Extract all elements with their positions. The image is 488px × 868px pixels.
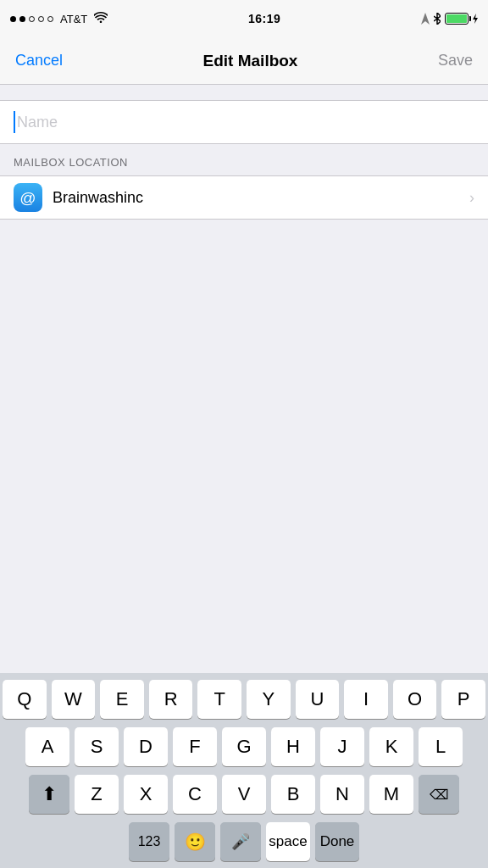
key-u[interactable]: U bbox=[296, 680, 340, 719]
wifi-icon bbox=[94, 12, 108, 25]
key-e[interactable]: E bbox=[100, 680, 144, 719]
key-f[interactable]: F bbox=[173, 727, 217, 766]
mailbox-location-row[interactable]: @ Brainwashinc › bbox=[0, 175, 488, 220]
key-w[interactable]: W bbox=[52, 680, 96, 719]
name-input-row[interactable] bbox=[0, 100, 488, 144]
key-i[interactable]: I bbox=[344, 680, 388, 719]
bluetooth-icon bbox=[434, 13, 441, 25]
key-b[interactable]: B bbox=[271, 775, 315, 814]
signal-dot-2 bbox=[19, 16, 25, 22]
shift-key[interactable]: ⬆ bbox=[29, 775, 69, 814]
emoji-icon: 🙂 bbox=[185, 832, 206, 852]
signal-dot-4 bbox=[38, 16, 44, 22]
shift-icon: ⬆ bbox=[42, 783, 57, 805]
keyboard-row-2: A S D F G H J K L bbox=[3, 727, 485, 766]
text-cursor bbox=[14, 111, 15, 133]
key-g[interactable]: G bbox=[222, 727, 266, 766]
status-right bbox=[421, 13, 478, 25]
key-q[interactable]: Q bbox=[3, 680, 47, 719]
page-title: Edit Mailbox bbox=[203, 52, 298, 70]
mic-key[interactable]: 🎤 bbox=[220, 822, 261, 861]
key-m[interactable]: M bbox=[369, 775, 413, 814]
key-r[interactable]: R bbox=[149, 680, 193, 719]
space-key[interactable]: space bbox=[266, 822, 310, 861]
mic-icon: 🎤 bbox=[231, 832, 250, 851]
delete-icon: ⌫ bbox=[430, 787, 449, 803]
keyboard-row-bottom: 123 🙂 🎤 space Done bbox=[3, 822, 485, 865]
at-symbol: @ bbox=[19, 190, 36, 206]
key-a[interactable]: A bbox=[25, 727, 69, 766]
numbers-key[interactable]: 123 bbox=[129, 822, 169, 861]
key-x[interactable]: X bbox=[124, 775, 168, 814]
chevron-right-icon: › bbox=[469, 189, 474, 207]
key-p[interactable]: P bbox=[441, 680, 485, 719]
keyboard-row-1: Q W E R T Y U I O P bbox=[3, 680, 485, 719]
mailbox-location-header: MAILBOX LOCATION bbox=[0, 144, 488, 175]
key-n[interactable]: N bbox=[320, 775, 364, 814]
delete-key[interactable]: ⌫ bbox=[419, 775, 459, 814]
done-key[interactable]: Done bbox=[315, 822, 359, 861]
at-icon: @ bbox=[14, 183, 42, 212]
carrier-label: AT&T bbox=[60, 13, 87, 25]
key-o[interactable]: O bbox=[393, 680, 437, 719]
form-area: MAILBOX LOCATION @ Brainwashinc › bbox=[0, 85, 488, 673]
status-time: 16:19 bbox=[248, 12, 280, 25]
key-l[interactable]: L bbox=[419, 727, 463, 766]
signal-dot-3 bbox=[29, 16, 35, 22]
key-y[interactable]: Y bbox=[247, 680, 291, 719]
key-d[interactable]: D bbox=[124, 727, 168, 766]
name-input[interactable] bbox=[17, 114, 474, 131]
signal-dot-5 bbox=[47, 16, 53, 22]
charging-icon bbox=[473, 14, 478, 24]
location-icon bbox=[421, 13, 430, 25]
status-bar: AT&T 16:19 bbox=[0, 0, 488, 37]
cancel-button[interactable]: Cancel bbox=[8, 47, 69, 75]
key-h[interactable]: H bbox=[271, 727, 315, 766]
battery-indicator bbox=[445, 13, 469, 25]
keyboard: Q W E R T Y U I O P A S D F G H J K L ⬆ … bbox=[0, 673, 488, 868]
emoji-key[interactable]: 🙂 bbox=[175, 822, 215, 861]
key-c[interactable]: C bbox=[173, 775, 217, 814]
status-left: AT&T bbox=[10, 12, 108, 25]
signal-dot-1 bbox=[10, 16, 16, 22]
key-z[interactable]: Z bbox=[75, 775, 119, 814]
key-j[interactable]: J bbox=[320, 727, 364, 766]
nav-bar: Cancel Edit Mailbox Save bbox=[0, 37, 488, 85]
save-button[interactable]: Save bbox=[431, 47, 480, 75]
keyboard-row-3: ⬆ Z X C V B N M ⌫ bbox=[3, 775, 485, 814]
key-t[interactable]: T bbox=[197, 680, 241, 719]
key-k[interactable]: K bbox=[369, 727, 413, 766]
location-label: Brainwashinc bbox=[53, 189, 469, 207]
key-v[interactable]: V bbox=[222, 775, 266, 814]
key-s[interactable]: S bbox=[75, 727, 119, 766]
